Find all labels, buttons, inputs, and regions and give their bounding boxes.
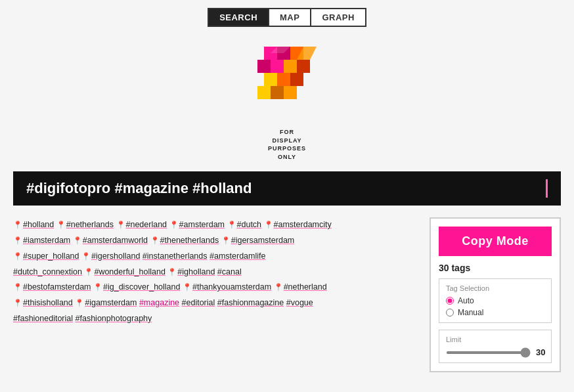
list-item: #magazine	[139, 298, 182, 307]
list-item: 📍#dutch	[227, 220, 264, 229]
radio-group: Auto Manual	[446, 296, 544, 317]
list-item: #instanetherlands	[143, 251, 210, 261]
svg-marker-12	[284, 86, 297, 99]
logo-area: FOR DISPLAY PURPOSES ONLY	[0, 33, 574, 166]
svg-marker-3	[257, 60, 271, 73]
limit-value: 30	[536, 347, 549, 357]
limit-label: Limit	[446, 336, 544, 343]
radio-auto-input[interactable]	[446, 297, 454, 305]
list-item: 📍#nederland	[116, 220, 169, 229]
list-item: 📍#thankyouamsterdam	[183, 282, 274, 292]
list-item: 📍#holland	[13, 220, 56, 229]
list-item: 📍#bestofamsterdam	[13, 282, 93, 292]
map-nav-button[interactable]: MAP	[268, 8, 310, 27]
svg-marker-7	[264, 73, 277, 86]
list-item: #editorial	[182, 298, 217, 307]
limit-slider[interactable]	[446, 351, 531, 354]
list-item: 📍#igholland	[167, 267, 217, 276]
list-item: 📍#thenetherlands	[150, 236, 221, 245]
list-item: #amsterdamlife	[210, 251, 265, 261]
limit-box: Limit 30	[439, 330, 552, 363]
radio-manual-input[interactable]	[446, 309, 454, 316]
copy-mode-button[interactable]: Copy Mode	[439, 227, 552, 256]
search-bar	[13, 171, 561, 206]
list-item: 📍#igersholland	[81, 251, 143, 261]
search-input[interactable]	[26, 180, 544, 197]
list-item: 📍#netherlands	[56, 220, 116, 229]
tag-selection-label: Tag Selection	[446, 284, 544, 292]
radio-auto-label: Auto	[458, 296, 474, 305]
list-item: 📍#amsterdamcity	[264, 220, 332, 229]
list-item: 📍#thisisholland	[13, 298, 75, 307]
radio-manual[interactable]: Manual	[446, 308, 544, 317]
list-item: 📍#wonderful_holland	[84, 267, 167, 276]
list-item: #vogue	[286, 298, 313, 307]
tag-selection-box: Tag Selection Auto Manual	[439, 278, 552, 323]
svg-marker-8	[277, 73, 290, 86]
list-item: #fashionphotography	[76, 314, 152, 323]
logo-svg	[251, 40, 323, 125]
svg-marker-10	[257, 86, 271, 99]
tags-area: 📍#holland 📍#netherlands 📍#nederland 📍#am…	[13, 217, 419, 372]
svg-marker-11	[271, 86, 284, 99]
list-item: 📍#netherland	[274, 282, 327, 292]
list-item: 📍#iamsterdam	[13, 236, 73, 245]
logo-tagline: FOR DISPLAY PURPOSES ONLY	[268, 128, 306, 161]
list-item: 📍#igersamsterdam	[221, 236, 295, 245]
list-item: 📍#ig_discover_holland	[93, 282, 183, 292]
cursor	[546, 179, 548, 198]
list-item: 📍#amsterdamworld	[73, 236, 150, 245]
list-item: 📍#igamsterdam	[75, 298, 139, 307]
svg-marker-9	[290, 73, 303, 86]
list-item: #fashionmagazine	[217, 298, 286, 307]
tags-count: 30 tags	[439, 263, 552, 273]
radio-manual-label: Manual	[458, 308, 483, 317]
list-item: 📍#super_holland	[13, 251, 81, 261]
top-navigation: SEARCH MAP GRAPH	[0, 0, 574, 33]
limit-slider-row: 30	[446, 347, 544, 357]
list-item: #dutch_connextion	[13, 267, 84, 276]
list-item: #fashioneditorial	[13, 314, 76, 323]
graph-nav-button[interactable]: GRAPH	[310, 8, 366, 27]
main-content: 📍#holland 📍#netherlands 📍#nederland 📍#am…	[0, 211, 574, 379]
list-item: 📍#amsterdam	[169, 220, 227, 229]
svg-marker-6	[297, 60, 310, 73]
list-item: #canal	[217, 267, 242, 276]
search-nav-button[interactable]: SEARCH	[208, 8, 268, 27]
svg-marker-4	[271, 60, 284, 73]
svg-marker-5	[284, 60, 297, 73]
radio-auto[interactable]: Auto	[446, 296, 544, 305]
right-panel: Copy Mode 30 tags Tag Selection Auto Man…	[430, 217, 561, 372]
